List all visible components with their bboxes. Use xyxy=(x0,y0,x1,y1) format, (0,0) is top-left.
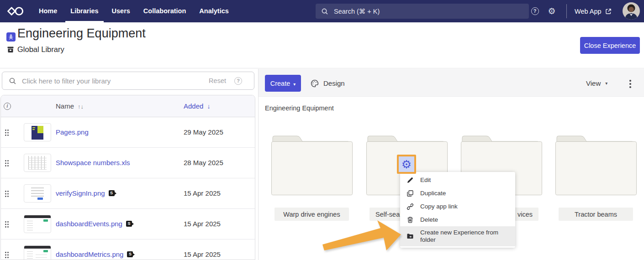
file-date: 15 Apr 2025 xyxy=(184,220,221,228)
drag-handle-icon[interactable] xyxy=(5,190,9,199)
global-library-icon xyxy=(7,46,14,53)
workspace-toolbar: Create▾ Design View ▾ xyxy=(259,69,644,97)
library-name: Global Library xyxy=(17,45,64,54)
folder-context-menu: Edit Duplicate Copy app link Delete Crea… xyxy=(400,172,515,248)
showpad-logo-icon[interactable] xyxy=(5,4,26,18)
menu-item-edit[interactable]: Edit xyxy=(400,173,515,187)
menu-item-delete[interactable]: Delete xyxy=(400,213,515,226)
shared-badge-icon: S xyxy=(126,221,132,227)
menu-item-copy-app-link[interactable]: Copy app link xyxy=(400,200,515,213)
filter-help-icon[interactable]: ? xyxy=(234,77,242,85)
nav-item-libraries[interactable]: Libraries xyxy=(70,0,98,22)
table-row: dashboardEvents.pngS 15 Apr 2025 xyxy=(1,209,255,239)
file-link[interactable]: dashboardMetrics.pngS xyxy=(56,250,133,258)
reset-filter-button[interactable]: Reset xyxy=(209,77,226,84)
main-nav-menu: Home Libraries Users Collaboration Analy… xyxy=(39,0,229,22)
page-title: Engineering Equipment xyxy=(17,26,146,41)
view-label: View xyxy=(586,79,601,87)
sort-both-icon: ↑↓ xyxy=(78,103,84,110)
design-button[interactable]: Design xyxy=(306,75,348,92)
file-link[interactable]: dashboardEvents.pngS xyxy=(56,220,132,228)
close-experience-button[interactable]: Close Experience xyxy=(580,37,640,54)
gear-icon: ⚙ xyxy=(401,159,412,170)
duplicate-icon xyxy=(406,190,414,197)
palette-icon xyxy=(310,79,319,88)
user-avatar[interactable] xyxy=(623,2,640,20)
pencil-icon xyxy=(406,177,414,184)
page-header: Engineering Equipment Global Library Clo… xyxy=(0,22,644,68)
help-icon: ? xyxy=(531,7,539,15)
workspace-section-title: Engineering Equipment xyxy=(265,104,334,112)
search-icon xyxy=(9,77,16,85)
folder-tile[interactable]: Tractor beams xyxy=(555,134,637,221)
web-app-label: Web App xyxy=(575,8,602,15)
file-thumbnail[interactable] xyxy=(24,154,51,172)
file-thumbnail[interactable] xyxy=(24,123,51,141)
drag-handle-icon[interactable] xyxy=(5,221,9,230)
nav-divider xyxy=(566,4,567,18)
web-app-link[interactable]: Web App xyxy=(575,0,612,22)
chevron-down-icon: ▾ xyxy=(293,82,296,87)
folder-label: Tractor beams xyxy=(559,208,633,221)
experience-icon xyxy=(6,32,16,42)
menu-item-create-experience-from-folder[interactable]: Create new Experience from folder xyxy=(400,226,515,246)
table-row: Pages.png 29 May 2025 xyxy=(1,117,255,148)
nav-item-users[interactable]: Users xyxy=(112,0,130,22)
gear-icon: ⚙ xyxy=(548,7,555,16)
folder-settings-button[interactable]: ⚙ xyxy=(397,155,416,174)
design-label: Design xyxy=(323,79,345,87)
table-row: Showspace numbers.xls 28 May 2025 xyxy=(1,148,255,178)
file-link[interactable]: verifySignIn.pngS xyxy=(56,189,115,197)
table-header: i Name↑↓ Added↓ xyxy=(1,95,255,117)
column-header-name[interactable]: Name↑↓ xyxy=(56,102,84,110)
drag-handle-icon[interactable] xyxy=(5,251,9,260)
nav-item-collaboration[interactable]: Collaboration xyxy=(143,0,186,22)
folder-tile[interactable]: Warp drive engines xyxy=(271,134,353,221)
column-header-added[interactable]: Added↓ xyxy=(184,102,210,110)
sort-desc-icon: ↓ xyxy=(207,103,210,110)
file-thumbnail[interactable] xyxy=(24,245,51,260)
drag-handle-icon[interactable] xyxy=(5,129,9,138)
chevron-down-icon: ▾ xyxy=(605,81,607,86)
create-button[interactable]: Create▾ xyxy=(265,75,301,92)
view-dropdown[interactable]: View ▾ xyxy=(586,75,607,92)
table-row: dashboardMetrics.pngS 15 Apr 2025 xyxy=(1,239,255,260)
file-link[interactable]: Showspace numbers.xls xyxy=(56,159,130,166)
info-icon[interactable]: i xyxy=(4,103,11,110)
library-table: i Name↑↓ Added↓ Pages.png 29 May 2025 Sh… xyxy=(0,95,255,260)
nav-item-analytics[interactable]: Analytics xyxy=(199,0,228,22)
library-filter-box: Reset ? xyxy=(2,72,254,90)
settings-button[interactable]: ⚙ xyxy=(547,6,556,16)
file-thumbnail[interactable] xyxy=(24,215,51,233)
menu-item-duplicate[interactable]: Duplicate xyxy=(400,187,515,200)
panel-divider xyxy=(258,69,259,260)
file-date: 15 Apr 2025 xyxy=(184,250,221,258)
table-row: verifySignIn.pngS 15 Apr 2025 xyxy=(1,178,255,209)
trash-icon xyxy=(406,216,414,224)
external-link-icon xyxy=(605,8,612,15)
file-link[interactable]: Pages.png xyxy=(56,128,89,136)
library-filter-input[interactable] xyxy=(22,77,209,85)
search-placeholder: Search (⌘ + K) xyxy=(334,8,380,15)
nav-item-home[interactable]: Home xyxy=(39,0,57,22)
search-icon xyxy=(321,8,328,15)
link-icon xyxy=(406,203,414,210)
top-navigation-bar: Home Libraries Users Collaboration Analy… xyxy=(0,0,644,22)
file-date: 29 May 2025 xyxy=(184,128,223,136)
folder-label: Warp drive engines xyxy=(274,208,349,221)
shared-badge-icon: S xyxy=(127,251,133,257)
file-thumbnail[interactable] xyxy=(24,184,51,203)
drag-handle-icon[interactable] xyxy=(5,160,9,169)
file-date: 15 Apr 2025 xyxy=(184,189,221,197)
folder-export-icon xyxy=(406,233,414,240)
global-search-input[interactable]: Search (⌘ + K) xyxy=(316,4,529,19)
shared-badge-icon: S xyxy=(109,190,115,196)
help-button[interactable]: ? xyxy=(530,6,539,16)
file-date: 28 May 2025 xyxy=(184,159,223,166)
kebab-menu-button[interactable] xyxy=(627,78,634,90)
